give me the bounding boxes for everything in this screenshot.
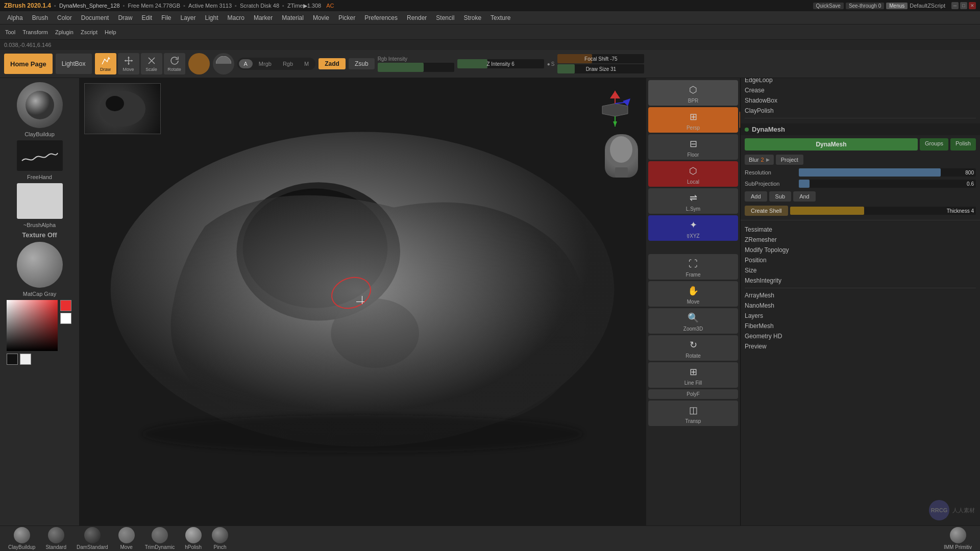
m-mode-button[interactable]: M [299, 59, 314, 68]
mrgb-mode-button[interactable]: Mrgb [254, 59, 277, 68]
background-color-swatch[interactable] [60, 313, 71, 324]
subprojection-row[interactable]: SubProjection 0.6 [741, 178, 980, 189]
mesh-thumbnail[interactable] [84, 83, 161, 134]
bottom-brush-hpolish[interactable]: hPolish [181, 526, 206, 551]
menu-document[interactable]: Document [77, 13, 113, 22]
bottom-brush-move[interactable]: Move [114, 526, 139, 551]
menu-file[interactable]: File [157, 13, 175, 22]
modify-topology-row[interactable]: Modify Topology [745, 245, 976, 255]
floor-button[interactable]: ⊟ Floor [648, 134, 738, 160]
nano-mesh-row[interactable]: NanoMesh [745, 300, 976, 311]
texture-off-label[interactable]: Texture Off [22, 231, 57, 239]
rgb-mode-button[interactable]: Rgb [278, 59, 298, 68]
brush-icon[interactable] [188, 53, 210, 74]
groups-button[interactable]: Groups [920, 138, 948, 151]
rotate-tool-button[interactable]: Rotate [164, 53, 185, 74]
move-tool-button[interactable]: Move [118, 53, 139, 74]
a-mode-button[interactable]: A [239, 59, 253, 68]
draw-tool-button[interactable]: Draw [95, 53, 116, 74]
focal-shift-slider[interactable]: Focal Shift -75 [557, 54, 644, 63]
geometry-hd-row[interactable]: Geometry HD [745, 331, 976, 341]
tool-item-transform[interactable]: Transform [19, 28, 51, 36]
zoom3d-button[interactable]: 🔍 Zoom3D [648, 308, 738, 334]
menu-alpha[interactable]: Alpha [3, 13, 27, 22]
resolution-slider[interactable]: 800 [799, 168, 976, 177]
lightbox-button[interactable]: LightBox [56, 54, 92, 74]
subprojection-slider[interactable]: 0.6 [799, 180, 976, 188]
and-button[interactable]: And [793, 191, 816, 202]
brush-preview[interactable] [17, 82, 63, 128]
bottom-brush-standard[interactable]: Standard [41, 526, 70, 551]
quicksave-button[interactable]: QuickSave [813, 3, 844, 9]
see-through-button[interactable]: See-through 0 [846, 3, 884, 9]
bottom-brush-imm[interactable]: IMM Primitiv [940, 526, 976, 551]
tool-item-zplugin[interactable]: Zplugin [52, 28, 77, 36]
line-fill-button[interactable]: ⊞ Line Fill [648, 362, 738, 388]
scale-tool-button[interactable]: Scale [141, 53, 162, 74]
menu-macro[interactable]: Macro [224, 13, 249, 22]
xyz-button[interactable]: ✦ ☿XYZ [648, 215, 738, 241]
menu-preferences[interactable]: Preferences [360, 13, 402, 22]
zremesher-row[interactable]: ZRemesher [745, 235, 976, 245]
menu-light[interactable]: Light [201, 13, 223, 22]
preview-row[interactable]: Preview [745, 341, 976, 352]
add-button[interactable]: Add [745, 191, 767, 202]
clay-polish-row[interactable]: ClayPolish [745, 106, 976, 116]
tool-item-tool[interactable]: Tool [2, 28, 18, 36]
z-intensity-slider[interactable]: Z Intensity 6 [457, 59, 544, 68]
zadd-button[interactable]: Zadd [318, 58, 346, 69]
bpr-button[interactable]: ⬡ BPR [648, 80, 738, 106]
menu-color[interactable]: Color [53, 13, 76, 22]
lsym-button[interactable]: ⇌ L.Sym [648, 188, 738, 214]
resolution-row[interactable]: Resolution 800 [741, 167, 980, 178]
bottom-brush-damstandard[interactable]: DamStandard [72, 526, 112, 551]
bottom-brush-trimdynamic[interactable]: TrimDynamic [141, 526, 179, 551]
shadow-box-row[interactable]: ShadowBox [745, 95, 976, 106]
menu-marker[interactable]: Marker [250, 13, 277, 22]
matcap-preview[interactable] [17, 242, 63, 288]
menu-brush[interactable]: Brush [28, 13, 52, 22]
polish-button[interactable]: Polish [950, 138, 976, 151]
local-button[interactable]: ⬡ Local [648, 161, 738, 187]
menu-texture[interactable]: Texture [486, 13, 514, 22]
menu-material[interactable]: Material [278, 13, 308, 22]
home-page-button[interactable]: Home Page [4, 54, 53, 74]
dyna-mesh-button[interactable]: DynaMesh [745, 138, 918, 151]
half-circle-icon[interactable] [213, 53, 234, 74]
black-color-swatch[interactable] [7, 354, 18, 365]
maximize-button[interactable]: □ [960, 2, 967, 9]
position-row[interactable]: Position [745, 255, 976, 265]
frame-button[interactable]: ⛶ Frame [648, 254, 738, 280]
minimize-button[interactable]: ─ [951, 2, 959, 9]
axis-widget[interactable] [595, 88, 635, 129]
rgb-intensity-slider[interactable]: Rgb Intensity [378, 56, 454, 72]
tool-item-zscript[interactable]: Zscript [78, 28, 101, 36]
move-button[interactable]: ✋ Move [648, 281, 738, 307]
foreground-color-swatch[interactable] [60, 300, 71, 311]
polyf-button[interactable]: PolyF [648, 389, 738, 399]
menus-button[interactable]: Menus [886, 3, 908, 9]
white-color-swatch[interactable] [20, 354, 31, 365]
menu-edit[interactable]: Edit [137, 13, 156, 22]
menu-picker[interactable]: Picker [334, 13, 359, 22]
dynamic-button[interactable]: ⊞ Persp [648, 107, 738, 133]
rotate-button[interactable]: ↻ Rotate [648, 335, 738, 361]
brush-alpha[interactable] [17, 183, 63, 219]
menu-layer[interactable]: Layer [177, 13, 200, 22]
draw-size-slider[interactable]: Draw Size 31 [557, 64, 644, 73]
mesh-integrity-row[interactable]: MeshIntegrity [745, 276, 976, 286]
menu-movie[interactable]: Movie [309, 13, 333, 22]
size-row[interactable]: Size [745, 265, 976, 276]
project-button[interactable]: Project [776, 155, 803, 165]
layers-row[interactable]: Layers [745, 311, 976, 321]
thickness-slider[interactable]: Thickness 4 [790, 207, 976, 215]
fiber-mesh-row[interactable]: FiberMesh [745, 321, 976, 331]
freehand-preview[interactable] [17, 140, 63, 171]
bottom-brush-pinch[interactable]: Pinch [208, 526, 232, 551]
crease-row[interactable]: Crease [745, 85, 976, 95]
transp-button[interactable]: ◫ Transp [648, 400, 738, 426]
tessimate-row[interactable]: Tessimate [745, 224, 976, 235]
tool-item-help[interactable]: Help [102, 28, 119, 36]
zsub-button[interactable]: Zsub [349, 58, 375, 69]
canvas-area[interactable] [79, 78, 646, 525]
